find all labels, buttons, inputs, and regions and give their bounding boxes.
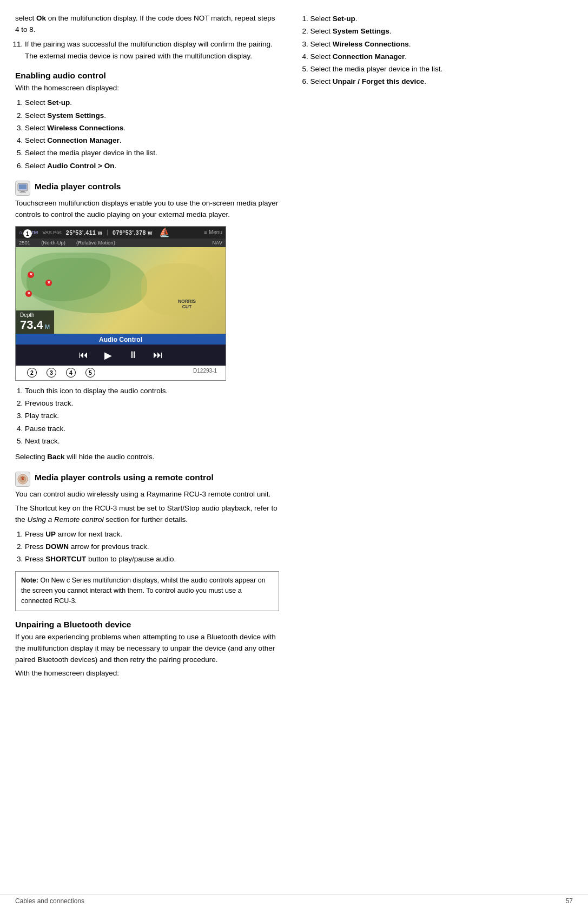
list-item: Select Wireless Connections. xyxy=(310,38,573,50)
unpairing-homescreen: With the homescreen displayed: xyxy=(15,668,279,679)
callout-3: 3 xyxy=(47,368,56,378)
next-track-button[interactable]: ⏭ xyxy=(150,348,166,363)
map-header-bar: ⌂ Home VAS.Pos 25°53'.411 w | 079°53'.37… xyxy=(16,227,226,239)
list-item: Press UP arrow for next track. xyxy=(25,528,279,540)
remote-italic-ref: Using a Remote control xyxy=(28,515,104,524)
remote-intro1: You can control audio wirelessly using a… xyxy=(15,489,279,500)
remote-control-header: Media player controls using a remote con… xyxy=(15,472,279,487)
left-column: select Ok on the multifunction display. … xyxy=(15,13,294,888)
pause-button[interactable]: ⏸ xyxy=(125,348,141,363)
list-item: Select Connection Manager. xyxy=(310,51,573,63)
depth-label: Depth xyxy=(20,312,50,318)
remote-control-title: Media player controls using a remote con… xyxy=(35,472,214,484)
step11-sub-text: The external media device is now paired … xyxy=(25,52,252,60)
list-item: Touch this icon to display the audio con… xyxy=(25,385,279,397)
list-item: Select Set-up. xyxy=(25,97,279,109)
svg-rect-1 xyxy=(19,184,27,189)
list-item: Select Unpair / Forget this device. xyxy=(310,76,573,88)
r-step2-bold: System Settings xyxy=(333,27,389,35)
list-item: Select Audio Control > On. xyxy=(25,160,279,172)
callout-row: 2 3 4 5 D12293-1 xyxy=(16,366,226,380)
list-item: Select System Settings. xyxy=(310,25,573,37)
intro-para: select Ok on the multifunction display. … xyxy=(15,13,279,36)
list-item: Select the media player device in the li… xyxy=(310,63,573,75)
r-step4-bold: Connection Manager xyxy=(333,52,405,61)
step4-bold: Connection Manager xyxy=(47,136,120,144)
media-diagram-box: 1 ⌂ Home VAS.Pos 25°53'.411 w | 079°53'.… xyxy=(15,226,226,381)
map-coords-right: 079°53'.378 w xyxy=(113,229,153,236)
list-item: Pause track. xyxy=(25,423,279,435)
remote-icon-svg xyxy=(17,473,29,485)
play-button[interactable]: ▶ xyxy=(101,348,116,363)
list-item: Select Set-up. xyxy=(310,13,573,25)
list-item: Previous track. xyxy=(25,398,279,409)
map-body: ✕ ✕ ✕ NORRISCUT Depth 73.4 M xyxy=(16,247,226,334)
svg-rect-3 xyxy=(19,192,26,193)
shortcut-bold: SHORTCUT xyxy=(45,555,86,563)
step3-bold: Wireless Connections xyxy=(47,124,123,132)
up-bold: UP xyxy=(45,530,56,538)
list-item: Press SHORTCUT button to play/pause audi… xyxy=(25,553,279,565)
enabling-audio-title: Enabling audio control xyxy=(15,71,279,81)
svg-point-6 xyxy=(22,478,24,480)
note-label: Note: xyxy=(21,577,38,584)
map-coords-sep: | xyxy=(107,229,108,235)
down-bold: DOWN xyxy=(45,542,69,551)
list-item: Select the media player device in the li… xyxy=(25,147,279,159)
back-bold: Back xyxy=(47,453,64,461)
map-zoom: 2501 xyxy=(19,240,30,246)
map-rel-motion: (Relative Motion) xyxy=(76,240,115,246)
diagram-label: D12293-1 xyxy=(193,368,217,374)
map-vas-pos: VAS.Pos xyxy=(43,230,62,235)
unpairing-title: Unpairing a Bluetooth device xyxy=(15,620,279,630)
callout-4: 4 xyxy=(66,368,76,378)
step11-text: If the pairing was successful the multif… xyxy=(25,40,273,48)
remote-intro2: The Shortcut key on the RCU-3 must be se… xyxy=(15,503,279,526)
right-steps: Select Set-up. Select System Settings. S… xyxy=(310,13,573,88)
footer-bar: Cables and connections 57 xyxy=(0,895,588,907)
enabling-audio-intro: With the homescreen displayed: xyxy=(15,83,279,94)
map-north-up: (North-Up) xyxy=(41,240,65,246)
note-box: Note: On New c Series multifunction disp… xyxy=(15,571,279,611)
main-content: select Ok on the multifunction display. … xyxy=(0,0,588,895)
ok-bold: Ok xyxy=(36,14,46,22)
prev-track-button[interactable]: ⏮ xyxy=(76,348,91,363)
remote-control-icon xyxy=(15,472,30,487)
unpairing-intro: If you are experiencing problems when at… xyxy=(15,632,279,666)
map-boat-icon: ⛵ xyxy=(159,227,170,237)
audio-control-label: Audio Control xyxy=(99,336,142,343)
media-controls-header: Media player controls xyxy=(15,181,279,196)
list-item: Press DOWN arrow for previous track. xyxy=(25,541,279,553)
step1-bold: Set-up xyxy=(47,98,70,107)
intro-ol: If the pairing was successful the multif… xyxy=(25,38,279,63)
depth-display: Depth 73.4 M xyxy=(16,310,54,334)
r-step6-bold: Unpair / Forget this device xyxy=(333,77,425,85)
footer-right: 57 xyxy=(566,897,573,905)
callout-2: 2 xyxy=(27,368,37,378)
page: select Ok on the multifunction display. … xyxy=(0,0,588,907)
map-nav: NAV xyxy=(212,240,222,246)
remote-steps: Press UP arrow for next track. Press DOW… xyxy=(25,528,279,566)
list-item: Select System Settings. xyxy=(25,110,279,122)
media-controls-intro: Touchscreen multifunction displays enabl… xyxy=(15,198,279,221)
callout-5: 5 xyxy=(85,368,95,378)
depth-unit: M xyxy=(43,323,50,330)
note-text: On New c Series multifunction displays, … xyxy=(21,577,266,605)
map-coords-left: 25°53'.411 w xyxy=(66,229,103,236)
list-item: Select Wireless Connections. xyxy=(25,122,279,134)
r-step1-bold: Set-up xyxy=(333,15,355,23)
step2-bold: System Settings xyxy=(47,111,104,120)
depth-value: 73.4 xyxy=(20,318,43,332)
media-controls-title: Media player controls xyxy=(35,181,121,193)
selecting-back-text: Selecting Back will hide the audio contr… xyxy=(15,452,279,463)
step6-bold: Audio Control > On xyxy=(47,162,114,170)
media-icon-svg xyxy=(17,182,29,194)
intro-text-middle: on the multifunction display. If the cod… xyxy=(15,14,275,34)
audio-buttons-row: ⏮ ▶ ⏸ ⏭ xyxy=(16,345,226,366)
media-player-icon xyxy=(15,181,30,196)
media-callout-list: Touch this icon to display the audio con… xyxy=(25,385,279,447)
list-item: Next track. xyxy=(25,435,279,447)
map-sub-bar: 2501 (North-Up) (Relative Motion) NAV xyxy=(16,239,226,247)
footer-left: Cables and connections xyxy=(15,897,84,905)
map-menu-label: ≡ Menu xyxy=(204,229,222,235)
